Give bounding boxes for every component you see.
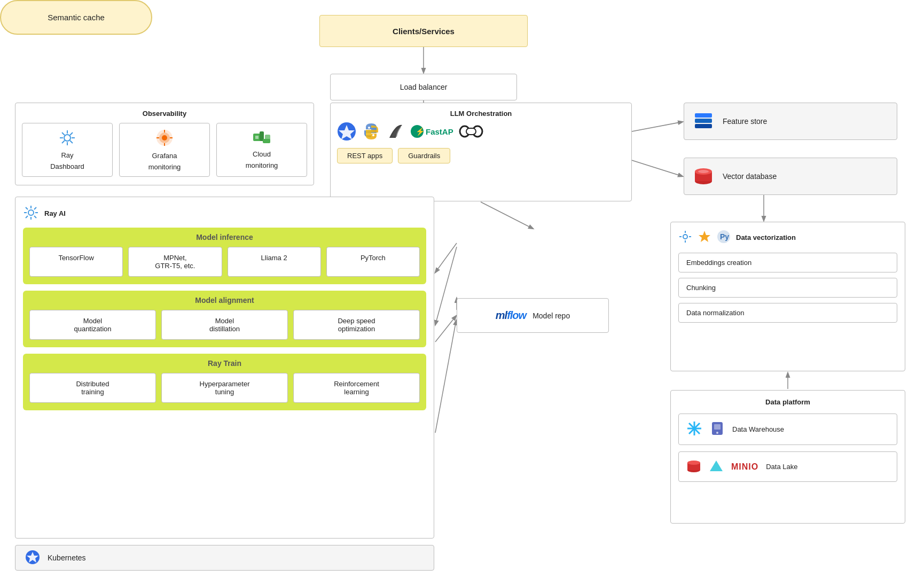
svg-line-57 (26, 207, 28, 209)
ray-train-items: Distributed training Hyperparameter tuni… (29, 373, 420, 403)
quantization-item: Model quantization (29, 310, 156, 340)
svg-text:⚡: ⚡ (416, 127, 425, 136)
python-dv-icon: Py (717, 230, 731, 245)
semantic-cache-box: Semantic cache (0, 0, 152, 35)
triangle-icon (709, 458, 724, 475)
dv-header: Py Data vectorization (678, 230, 897, 245)
langchain2-icon (459, 122, 483, 143)
rayai-icon (23, 205, 39, 222)
llm-box: LLM Orchestration (330, 103, 632, 201)
model-alignment-items: Model quantization Model distillation De… (29, 310, 420, 340)
mpnet-item: MPNet, GTR-T5, etc. (128, 247, 222, 277)
distributed-item: Distributed training (29, 373, 156, 403)
grafana-line2: monitoring (148, 163, 181, 171)
llm-tags-row: REST apps Guardrails (337, 148, 625, 163)
svg-marker-79 (710, 461, 723, 471)
deepspeed-item: Deep speed optimization (293, 310, 420, 340)
hyperparameter-item: Hyperparameter tuning (161, 373, 288, 403)
vector-db-box: Vector database (684, 158, 897, 195)
featureform-icon (694, 111, 713, 132)
ray-dashboard-line2: Dashboard (50, 162, 84, 170)
snowflake-icon (686, 420, 702, 438)
svg-rect-30 (255, 136, 259, 139)
distillation-item: Model distillation (161, 310, 288, 340)
embeddings-item: Embeddings creation (678, 253, 897, 272)
model-alignment-title: Model alignment (29, 296, 420, 305)
cloud-line1: Cloud (253, 150, 271, 158)
svg-line-58 (34, 216, 36, 218)
clients-box: Clients/Services (319, 15, 528, 47)
pytorch-item: PyTorch (326, 247, 420, 277)
svg-point-61 (683, 235, 687, 239)
svg-point-36 (368, 127, 370, 129)
star-dv-icon (698, 230, 711, 245)
vector-db-label: Vector database (723, 172, 777, 181)
svg-rect-47 (695, 124, 712, 128)
svg-point-13 (64, 135, 71, 141)
dv-title: Data vectorization (736, 233, 796, 241)
data-warehouse-label: Data Warehouse (732, 425, 784, 433)
svg-line-59 (34, 207, 36, 209)
kubernetes-label: Kubernetes (48, 553, 86, 562)
observability-box: Observability Ra (15, 103, 314, 185)
dp-title: Data platform (678, 398, 897, 406)
semantic-cache-label: Semantic cache (48, 13, 105, 22)
svg-point-24 (162, 135, 167, 141)
model-inference-items: TensorFlow MPNet, GTR-T5, etc. Lliama 2 … (29, 247, 420, 277)
tablet-icon (710, 421, 725, 438)
svg-line-60 (26, 216, 28, 218)
svg-line-9 (435, 316, 456, 342)
kubernetes-icon-llm (337, 122, 356, 143)
redis-dp-icon (686, 458, 701, 475)
model-repo-label: Model repo (533, 311, 570, 320)
normalization-item: Data normalization (678, 303, 897, 323)
mlflow-logo: mlflow (496, 309, 526, 322)
svg-line-18 (62, 132, 65, 135)
ray-train-title: Ray Train (29, 359, 420, 368)
redis-icon (694, 166, 713, 187)
ray-dv-icon (678, 230, 692, 245)
svg-line-2 (632, 122, 683, 131)
svg-line-19 (70, 141, 73, 143)
svg-line-20 (70, 132, 73, 135)
grafana-item: Grafana monitoring (119, 123, 210, 177)
svg-line-4 (481, 202, 533, 229)
rayai-title: Ray AI (44, 209, 66, 217)
clients-label: Clients/Services (393, 27, 455, 36)
svg-point-74 (716, 432, 718, 434)
data-lake-item: MINIO Data Lake (678, 451, 897, 482)
minio-logo: MINIO (731, 462, 758, 472)
svg-rect-33 (263, 139, 270, 143)
svg-point-37 (372, 134, 374, 136)
grafana-icon (155, 129, 174, 149)
observability-items: Ray Dashboard Grafana mo (22, 123, 307, 177)
data-warehouse-item: Data Warehouse (678, 414, 897, 445)
svg-point-78 (687, 461, 700, 465)
svg-rect-45 (695, 113, 712, 118)
loadbalancer-box: Load balancer (330, 74, 517, 100)
cloud-monitoring-item: Cloud monitoring (216, 123, 307, 177)
rayai-header: Ray AI (23, 205, 426, 222)
guardrails-tag: Guardrails (398, 148, 450, 163)
diagram-container: Clients/Services Load balancer Observabi… (0, 0, 924, 577)
data-vectorization-box: Py Data vectorization Embeddings creatio… (670, 222, 905, 371)
llm-icons-row: ⚡ FastAPI (337, 122, 625, 143)
svg-line-10 (435, 321, 456, 433)
model-inference-title: Model inference (29, 233, 420, 241)
svg-line-5 (435, 243, 457, 272)
svg-text:Py: Py (720, 232, 729, 241)
langchain-icon (386, 122, 405, 143)
rayai-box: Ray AI Model inference TensorFlow MPNet,… (15, 197, 434, 539)
svg-line-21 (62, 141, 65, 143)
reinforcement-item: Reinforcement learning (293, 373, 420, 403)
data-lake-label: Data Lake (766, 463, 797, 471)
svg-rect-46 (695, 119, 712, 123)
svg-line-6 (435, 247, 457, 325)
cloud-icon (252, 130, 271, 147)
svg-text:FastAPI: FastAPI (426, 127, 453, 136)
cloud-line2: monitoring (246, 161, 278, 169)
loadbalancer-label: Load balancer (400, 83, 448, 91)
feature-store-label: Feature store (723, 117, 767, 126)
grafana-line1: Grafana (152, 152, 177, 160)
tensorflow-item: TensorFlow (29, 247, 123, 277)
